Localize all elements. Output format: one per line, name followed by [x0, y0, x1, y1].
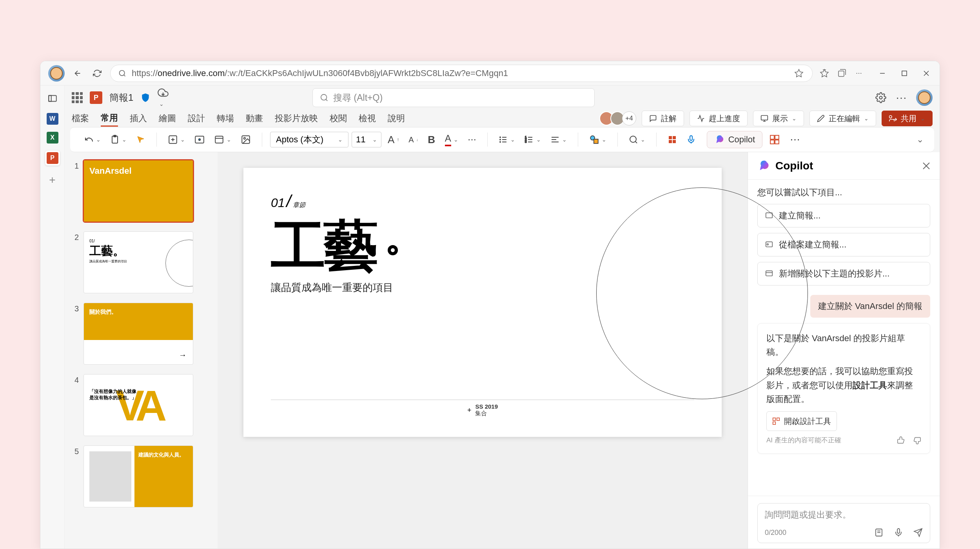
- browser-toolbar: https://onedrive.live.com/:w:/t/EaCKkPs6…: [40, 61, 940, 85]
- slide-thumbnail-2[interactable]: 01/ 工藝。 讓品質成為唯一重要的項目: [83, 231, 193, 293]
- copilot-try-label: 您可以嘗試以下項目...: [757, 187, 930, 198]
- thumb-number: 2: [72, 231, 79, 293]
- decrease-font-button[interactable]: A↓: [405, 132, 421, 147]
- refresh-button[interactable]: [91, 67, 104, 80]
- toolbar-more-icon[interactable]: ⋯: [787, 132, 803, 147]
- svg-point-9: [879, 96, 882, 99]
- thumb-number: 4: [72, 374, 79, 436]
- bullets-button[interactable]: ⌄: [495, 132, 518, 147]
- svg-point-15: [199, 139, 200, 140]
- slide-thumbnail-1[interactable]: VanArsdel: [83, 160, 193, 222]
- share-icon: [889, 115, 897, 122]
- user-avatar[interactable]: [916, 89, 933, 106]
- tab-insert[interactable]: 插入: [130, 111, 147, 126]
- rail-add-icon[interactable]: +: [45, 173, 60, 187]
- tab-help[interactable]: 說明: [388, 111, 405, 126]
- browser-menu-icon[interactable]: ⋯: [853, 68, 864, 79]
- addins-button[interactable]: [664, 132, 680, 147]
- editing-mode-button[interactable]: 正在編輯 ⌄: [809, 111, 876, 126]
- document-title[interactable]: 簡報1: [109, 91, 133, 104]
- rail-powerpoint-icon[interactable]: P: [45, 151, 60, 165]
- section-button[interactable]: ⌄: [211, 132, 234, 147]
- dictate-button[interactable]: [683, 132, 699, 147]
- svg-rect-54: [777, 418, 780, 421]
- slide-thumbnail-4[interactable]: VA 「沒有想像力的人就像是沒有熱水的茶包。」: [83, 374, 193, 436]
- slide-section-number: 01/章節: [271, 191, 694, 211]
- copilot-ribbon-button[interactable]: Copilot: [707, 131, 762, 148]
- format-painter-button[interactable]: [133, 132, 149, 147]
- more-options-icon[interactable]: ⋯: [896, 92, 907, 103]
- find-button[interactable]: ⌄: [626, 132, 648, 147]
- copilot-suggestion-create[interactable]: 建立簡報...: [757, 204, 930, 227]
- tab-review[interactable]: 校閱: [330, 111, 347, 126]
- align-button[interactable]: ⌄: [547, 132, 570, 147]
- maximize-button[interactable]: [899, 68, 910, 79]
- prompt-book-icon[interactable]: [874, 528, 884, 537]
- share-button[interactable]: 共用 ⌄: [882, 111, 933, 126]
- copilot-header: Copilot: [748, 152, 940, 180]
- home-toolbar: ⌄ ⌄ ⌄ ⌄ Aptos (本文) ⌄: [70, 127, 934, 152]
- numbering-button[interactable]: 123⌄: [521, 132, 544, 147]
- tab-animations[interactable]: 動畫: [246, 111, 263, 126]
- increase-font-button[interactable]: A↑: [385, 132, 402, 147]
- layout-button[interactable]: [191, 132, 208, 147]
- tab-view[interactable]: 檢視: [359, 111, 376, 126]
- mic-icon[interactable]: [894, 528, 903, 537]
- shapes-button[interactable]: ⌄: [586, 132, 610, 147]
- thumbs-up-icon[interactable]: [897, 436, 906, 445]
- search-input[interactable]: 搜尋 (Alt+Q): [312, 88, 595, 107]
- slide-canvas[interactable]: 01/章節 工藝 讓品質成為唯一重要的項目 + SS 2019: [218, 152, 748, 549]
- open-designer-button[interactable]: 開啟設計工具: [766, 411, 837, 431]
- svg-rect-40: [673, 140, 676, 143]
- close-window-button[interactable]: [921, 68, 932, 79]
- font-family-select[interactable]: Aptos (本文) ⌄: [270, 132, 348, 147]
- profile-avatar[interactable]: [48, 65, 65, 82]
- address-bar[interactable]: https://onedrive.live.com/:w:/t/EaCKkPs6…: [110, 65, 813, 82]
- collapse-ribbon-button[interactable]: ⌄: [913, 132, 927, 147]
- presence-avatars[interactable]: +4: [603, 111, 636, 125]
- thumb-number: 1: [72, 160, 79, 222]
- tab-transitions[interactable]: 轉場: [217, 111, 234, 126]
- current-slide[interactable]: 01/章節 工藝 讓品質成為唯一重要的項目 + SS 2019: [243, 168, 722, 437]
- more-font-button[interactable]: ⋯: [465, 132, 479, 147]
- font-color-button[interactable]: A⌄: [442, 132, 461, 147]
- presence-more[interactable]: +4: [622, 111, 636, 125]
- tab-file[interactable]: 檔案: [72, 111, 89, 126]
- browser-window: https://onedrive.live.com/:w:/t/EaCKkPs6…: [40, 61, 940, 549]
- bold-button[interactable]: B: [425, 132, 439, 147]
- title-bar: P 簡報1 ⌄ 搜尋 (Alt+Q) ⋯: [65, 85, 940, 110]
- favorites-bar-icon[interactable]: [819, 68, 830, 79]
- favorite-icon[interactable]: [793, 68, 804, 79]
- thumbs-down-icon[interactable]: [913, 436, 921, 445]
- collections-icon[interactable]: [836, 68, 847, 79]
- tab-slideshow[interactable]: 投影片放映: [275, 111, 318, 126]
- present-button[interactable]: 展示 ⌄: [753, 111, 804, 126]
- send-icon[interactable]: [913, 528, 923, 537]
- pencil-icon: [817, 115, 825, 122]
- rail-excel-icon[interactable]: X: [47, 132, 58, 144]
- autosave-cloud-icon[interactable]: ⌄: [158, 87, 169, 108]
- sensitivity-shield-icon[interactable]: [140, 93, 151, 103]
- undo-button[interactable]: ⌄: [81, 132, 104, 147]
- rail-home-icon[interactable]: [45, 91, 60, 106]
- comments-button[interactable]: 註解: [642, 111, 684, 126]
- paste-button[interactable]: ⌄: [107, 132, 130, 147]
- catchup-button[interactable]: 趕上進度: [690, 111, 748, 126]
- copilot-close-button[interactable]: [922, 162, 930, 170]
- char-counter: 0/2000: [765, 529, 786, 537]
- settings-gear-icon[interactable]: [875, 92, 886, 103]
- slide-thumbnail-3[interactable]: 關於我們。 →: [83, 303, 193, 365]
- tab-draw[interactable]: 繪圖: [159, 111, 176, 126]
- tab-design[interactable]: 設計: [188, 111, 205, 126]
- slide-thumbnail-5[interactable]: 建議的文化與人員。: [83, 445, 193, 507]
- font-size-select[interactable]: 11 ⌄: [352, 132, 381, 147]
- rail-word-icon[interactable]: W: [47, 113, 58, 125]
- picture-button[interactable]: [238, 132, 254, 147]
- tab-home[interactable]: 常用: [101, 111, 118, 127]
- minimize-button[interactable]: [877, 68, 888, 79]
- new-slide-button[interactable]: ⌄: [165, 132, 188, 147]
- copilot-input[interactable]: 詢問問題或提出要求。 0/2000: [757, 503, 930, 543]
- back-button[interactable]: [71, 67, 84, 80]
- app-launcher-icon[interactable]: [72, 92, 83, 103]
- designer-button[interactable]: [766, 132, 783, 147]
